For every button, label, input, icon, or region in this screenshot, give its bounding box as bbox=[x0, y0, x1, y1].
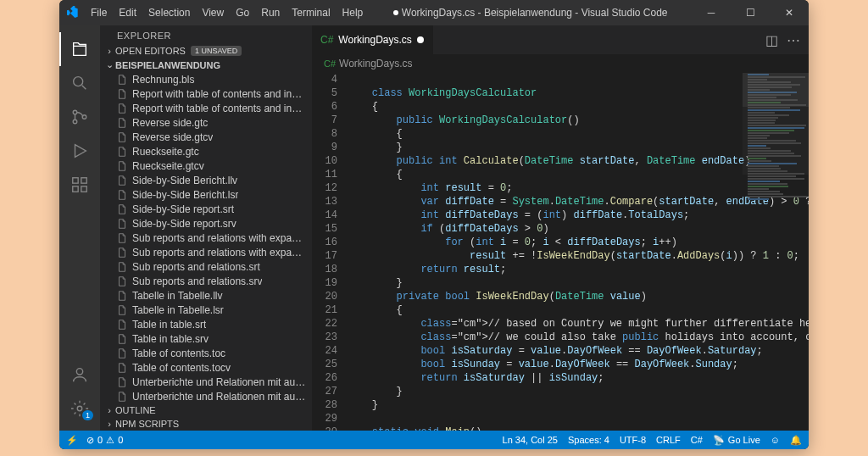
file-icon bbox=[115, 102, 129, 115]
file-icon bbox=[115, 246, 129, 259]
csharp-file-icon: C# bbox=[320, 34, 333, 46]
file-item[interactable]: Tabelle in Tabelle.llv bbox=[100, 288, 312, 303]
file-item[interactable]: Side-by-Side report.srt bbox=[100, 202, 312, 216]
svg-rect-6 bbox=[81, 186, 86, 192]
feedback-icon[interactable]: ☺ bbox=[771, 435, 780, 445]
remote-indicator[interactable]: ⚡ bbox=[66, 435, 78, 446]
menu-run[interactable]: Run bbox=[255, 0, 286, 25]
menu-file[interactable]: File bbox=[85, 0, 113, 25]
go-live[interactable]: 📡Go Live bbox=[713, 435, 760, 446]
problems-indicator[interactable]: ⊘0 ⚠0 bbox=[86, 435, 123, 446]
split-editor-icon[interactable]: ◫ bbox=[765, 32, 778, 48]
maximize-button[interactable]: ☐ bbox=[731, 0, 770, 25]
file-icon bbox=[115, 289, 129, 303]
encoding[interactable]: UTF-8 bbox=[620, 435, 646, 445]
run-debug-icon[interactable] bbox=[59, 134, 100, 168]
file-item[interactable]: Table of contents.tocv bbox=[100, 360, 312, 375]
file-item[interactable]: Report with table of contents and index.… bbox=[100, 86, 312, 101]
outline-section[interactable]: › OUTLINE bbox=[100, 403, 312, 417]
file-icon bbox=[115, 131, 129, 144]
npm-scripts-section[interactable]: › NPM SCRIPTS bbox=[100, 417, 312, 431]
file-icon bbox=[115, 361, 129, 375]
svg-rect-4 bbox=[73, 178, 78, 183]
file-icon bbox=[115, 145, 129, 158]
modified-dot-icon bbox=[417, 36, 424, 43]
folder-section[interactable]: ⌄ BEISPIELANWENDUNG bbox=[100, 58, 312, 72]
file-item[interactable]: Sub reports and relations.srt bbox=[100, 259, 312, 274]
search-icon[interactable] bbox=[59, 66, 100, 100]
window-title: WorkingDays.cs - Beispielanwendung - Vis… bbox=[369, 7, 692, 19]
file-icon bbox=[115, 73, 129, 86]
file-item[interactable]: Side-by-Side Bericht.llv bbox=[100, 173, 312, 187]
breadcrumb[interactable]: C# WorkingDays.cs bbox=[312, 54, 809, 73]
file-item[interactable]: Unterberichte und Relationen mit ausklap… bbox=[100, 389, 312, 403]
file-icon bbox=[115, 260, 129, 274]
csharp-file-icon: C# bbox=[324, 58, 336, 69]
file-icon bbox=[115, 159, 129, 173]
file-icon bbox=[115, 332, 129, 346]
file-item[interactable]: Table in table.srt bbox=[100, 317, 312, 331]
close-button[interactable]: ✕ bbox=[770, 0, 809, 25]
file-icon bbox=[115, 275, 129, 288]
more-actions-icon[interactable]: ⋯ bbox=[787, 32, 800, 48]
menu-view[interactable]: View bbox=[196, 0, 230, 25]
indentation[interactable]: Spaces: 4 bbox=[568, 435, 609, 445]
explorer-icon[interactable] bbox=[59, 32, 100, 66]
file-item[interactable]: Rueckseite.gtc bbox=[100, 144, 312, 158]
tab-workingdays[interactable]: C# WorkingDays.cs bbox=[312, 25, 433, 54]
file-icon bbox=[115, 318, 129, 331]
sidebar: EXPLORER › OPEN EDITORS 1 UNSAVED ⌄ BEIS… bbox=[100, 25, 312, 431]
svg-point-1 bbox=[73, 110, 77, 114]
menu-selection[interactable]: Selection bbox=[142, 0, 196, 25]
file-item[interactable]: Reverse side.gtc bbox=[100, 115, 312, 130]
svg-rect-7 bbox=[81, 178, 86, 183]
file-icon bbox=[115, 217, 129, 231]
file-item[interactable]: Unterberichte und Relationen mit ausklap… bbox=[100, 375, 312, 389]
cursor-position[interactable]: Ln 34, Col 25 bbox=[503, 435, 558, 445]
minimap-viewport[interactable] bbox=[743, 73, 809, 107]
file-icon bbox=[115, 303, 129, 317]
source-control-icon[interactable] bbox=[59, 100, 100, 134]
file-icon bbox=[115, 347, 129, 360]
file-icon bbox=[115, 188, 129, 202]
tab-actions: ◫ ⋯ bbox=[757, 25, 809, 54]
svg-point-8 bbox=[76, 369, 82, 375]
minimap[interactable] bbox=[743, 73, 809, 175]
file-item[interactable]: Report with table of contents and index.… bbox=[100, 101, 312, 115]
file-list: Rechnung.blsReport with table of content… bbox=[100, 72, 312, 403]
menu-edit[interactable]: Edit bbox=[113, 0, 142, 25]
file-item[interactable]: Table in table.srv bbox=[100, 331, 312, 346]
chevron-right-icon: › bbox=[103, 405, 115, 415]
file-item[interactable]: Reverse side.gtcv bbox=[100, 130, 312, 144]
file-item[interactable]: Sub reports and relations with expandabl… bbox=[100, 245, 312, 259]
open-editors-section[interactable]: › OPEN EDITORS 1 UNSAVED bbox=[100, 44, 312, 58]
file-item[interactable]: Side-by-Side report.srv bbox=[100, 216, 312, 231]
extensions-icon[interactable] bbox=[59, 168, 100, 202]
file-item[interactable]: Sub reports and relations with expandabl… bbox=[100, 231, 312, 245]
file-item[interactable]: Tabelle in Tabelle.lsr bbox=[100, 303, 312, 317]
menu-terminal[interactable]: Terminal bbox=[286, 0, 336, 25]
minimize-button[interactable]: ─ bbox=[692, 0, 731, 25]
svg-point-2 bbox=[73, 120, 77, 124]
language-mode[interactable]: C# bbox=[691, 435, 703, 445]
main-body: 1 EXPLORER › OPEN EDITORS 1 UNSAVED ⌄ BE… bbox=[59, 25, 809, 431]
code-content[interactable]: class WorkingDaysCalculator { public Wor… bbox=[348, 73, 809, 431]
file-icon bbox=[115, 87, 129, 101]
file-item[interactable]: Sub reports and relations.srv bbox=[100, 274, 312, 288]
menu-go[interactable]: Go bbox=[230, 0, 255, 25]
account-icon[interactable] bbox=[59, 358, 100, 392]
file-icon bbox=[115, 231, 129, 245]
settings-icon[interactable]: 1 bbox=[59, 392, 100, 425]
bell-icon[interactable]: 🔔 bbox=[790, 435, 802, 446]
file-item[interactable]: Rueckseite.gtcv bbox=[100, 158, 312, 173]
menu-help[interactable]: Help bbox=[337, 0, 370, 25]
vscode-window: File Edit Selection View Go Run Terminal… bbox=[59, 0, 809, 449]
svg-point-9 bbox=[77, 406, 82, 411]
code-editor[interactable]: 4567891011121314151617181920212223242526… bbox=[312, 73, 809, 431]
settings-badge: 1 bbox=[82, 410, 93, 420]
eol[interactable]: CRLF bbox=[656, 435, 681, 445]
file-item[interactable]: Rechnung.bls bbox=[100, 72, 312, 86]
file-item[interactable]: Table of contents.toc bbox=[100, 346, 312, 360]
file-item[interactable]: Side-by-Side Bericht.lsr bbox=[100, 187, 312, 202]
broadcast-icon: 📡 bbox=[713, 435, 725, 446]
